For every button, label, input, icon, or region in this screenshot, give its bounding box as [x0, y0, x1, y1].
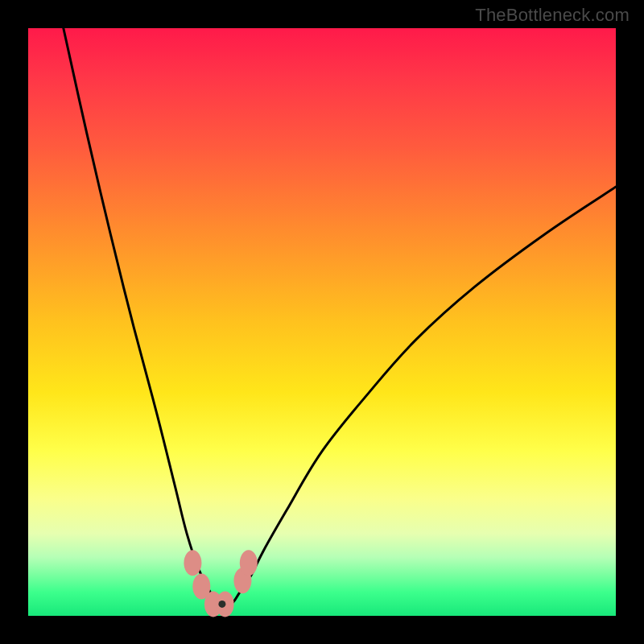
marker-layer: [28, 28, 616, 616]
curve-marker: [240, 550, 258, 576]
curve-marker: [184, 550, 201, 576]
minimum-dot: [218, 601, 225, 608]
plot-area: [28, 28, 616, 616]
chart-stage: TheBottleneck.com: [0, 0, 644, 644]
watermark-text: TheBottleneck.com: [475, 5, 630, 26]
